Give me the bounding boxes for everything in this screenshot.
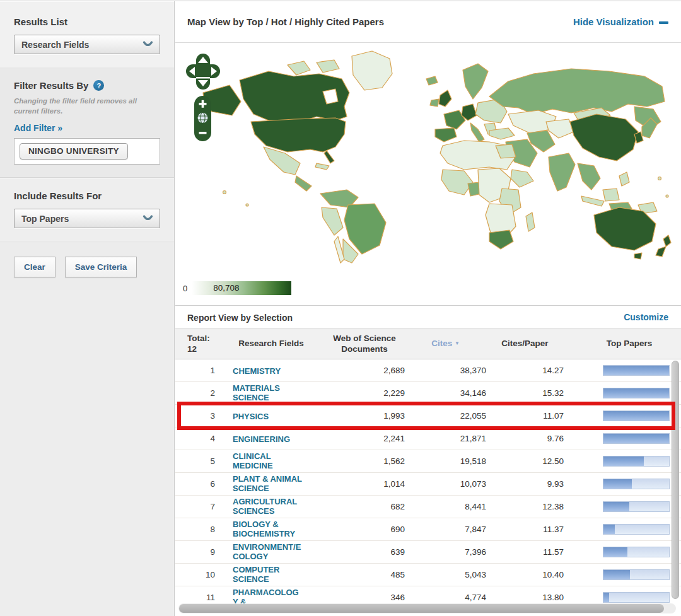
results-list-dropdown[interactable]: Research Fields bbox=[14, 35, 160, 54]
add-filter-link[interactable]: Add Filter » bbox=[14, 123, 62, 133]
report-panel-header: Report View by Selection Customize bbox=[175, 305, 681, 328]
cites-per-paper-cell: 13.80 bbox=[486, 593, 564, 602]
include-results-heading: Include Results For bbox=[14, 190, 160, 201]
top-papers-bar bbox=[603, 388, 670, 398]
cites-cell: 7,396 bbox=[405, 547, 486, 557]
map-panel-header: Map View by Top / Hot / Highly Cited Pap… bbox=[175, 1, 681, 43]
top-papers-bar-fill bbox=[603, 593, 609, 602]
research-field-link[interactable]: ENGINEERING bbox=[233, 434, 290, 444]
minus-icon bbox=[659, 21, 668, 24]
column-header-cites-per-paper[interactable]: Cites/Paper bbox=[486, 339, 564, 349]
research-field-link[interactable]: PHARMACOLOGY & bbox=[233, 588, 303, 605]
table-row: 11 PHARMACOLOGY & 346 4,774 13.80 bbox=[175, 586, 681, 605]
cites-cell: 7,847 bbox=[405, 525, 486, 534]
cites-cell: 4,774 bbox=[405, 593, 486, 602]
top-papers-bar bbox=[603, 433, 670, 444]
save-criteria-button[interactable]: Save Criteria bbox=[65, 257, 137, 277]
table-row: 6 PLANT & ANIMAL SCIENCE 1,014 10,073 9.… bbox=[175, 473, 681, 496]
results-list-section: Results List Research Fields bbox=[0, 1, 174, 67]
vertical-scrollbar[interactable] bbox=[672, 361, 679, 599]
table-row: 1 CHEMISTRY 2,689 38,370 14.27 bbox=[175, 359, 681, 382]
top-papers-bar bbox=[603, 524, 670, 535]
wos-documents-cell: 1,562 bbox=[324, 456, 405, 466]
wos-documents-cell: 682 bbox=[324, 502, 405, 511]
table-row: 9 ENVIRONMENT/ECOLOGY 639 7,396 11.57 bbox=[175, 541, 681, 564]
research-field-link[interactable]: PHYSICS bbox=[233, 412, 269, 421]
hide-visualization-link[interactable]: Hide Visualization bbox=[573, 16, 668, 27]
research-field-link[interactable]: ENVIRONMENT/ECOLOGY bbox=[233, 542, 303, 562]
horizontal-scrollbar-thumb[interactable] bbox=[179, 604, 664, 613]
top-papers-bar-fill bbox=[603, 411, 669, 421]
chevron-down-icon bbox=[143, 41, 153, 48]
page: Results List Research Fields Filter Resu… bbox=[0, 0, 681, 616]
column-header-cites[interactable]: Cites ▼ bbox=[405, 339, 486, 349]
wos-documents-cell: 346 bbox=[324, 593, 405, 602]
legend-gradient: 80,708 bbox=[192, 281, 291, 295]
help-icon[interactable]: ? bbox=[93, 80, 104, 91]
cites-cell: 10,073 bbox=[405, 479, 486, 489]
column-header-top-papers[interactable]: Top Papers bbox=[564, 339, 681, 349]
research-field-link[interactable]: AGRICULTURAL SCIENCES bbox=[233, 497, 303, 516]
cites-cell: 38,370 bbox=[405, 366, 486, 375]
column-header-research-fields[interactable]: Research Fields bbox=[218, 339, 324, 349]
total-header: Total: 12 bbox=[175, 334, 218, 355]
wos-documents-cell: 1,993 bbox=[324, 411, 405, 421]
top-papers-bar-fill bbox=[603, 525, 615, 534]
countries bbox=[203, 51, 671, 263]
top-papers-bar-fill bbox=[603, 366, 669, 375]
top-papers-bar bbox=[603, 479, 670, 489]
wos-documents-cell: 639 bbox=[324, 547, 405, 557]
top-papers-bar-fill bbox=[603, 547, 627, 557]
research-field-link[interactable]: COMPUTER SCIENCE bbox=[233, 565, 303, 584]
customize-link[interactable]: Customize bbox=[624, 312, 668, 322]
world-map[interactable] bbox=[193, 46, 673, 268]
cites-per-paper-cell: 14.27 bbox=[486, 366, 564, 375]
cites-per-paper-cell: 10.40 bbox=[486, 570, 564, 579]
include-results-dropdown-value: Top Papers bbox=[21, 214, 69, 224]
actions-section: Clear Save Criteria bbox=[0, 241, 174, 290]
top-papers-bar bbox=[603, 365, 670, 376]
wos-documents-cell: 690 bbox=[324, 525, 405, 534]
include-results-dropdown[interactable]: Top Papers bbox=[14, 209, 160, 228]
table-row: 2 MATERIALS SCIENCE 2,229 34,146 15.32 bbox=[175, 382, 681, 405]
rank-cell: 10 bbox=[175, 570, 218, 579]
cites-cell: 8,441 bbox=[405, 502, 486, 511]
research-field-link[interactable]: MATERIALS SCIENCE bbox=[233, 383, 303, 403]
clear-button[interactable]: Clear bbox=[14, 257, 55, 277]
research-field-link[interactable]: CLINICAL MEDICINE bbox=[233, 451, 303, 471]
zoom-out-icon bbox=[199, 132, 207, 134]
filter-section: Filter Results By ? Changing the filter … bbox=[0, 67, 174, 178]
cites-per-paper-cell: 9.76 bbox=[486, 434, 564, 443]
globe-icon bbox=[197, 113, 208, 124]
hide-visualization-label: Hide Visualization bbox=[573, 16, 654, 27]
sidebar: Results List Research Fields Filter Resu… bbox=[0, 1, 175, 616]
top-papers-bar-fill bbox=[603, 479, 632, 489]
filter-chip-ningbo-university[interactable]: NINGBO UNIVERSITY bbox=[20, 143, 128, 160]
research-field-link[interactable]: PLANT & ANIMAL SCIENCE bbox=[233, 474, 303, 494]
cites-cell: 19,518 bbox=[405, 456, 486, 466]
map-controls[interactable] bbox=[185, 54, 221, 143]
cites-per-paper-cell: 11.57 bbox=[486, 547, 564, 557]
report-title: Report View by Selection bbox=[187, 313, 293, 323]
cites-per-paper-cell: 11.37 bbox=[486, 525, 564, 534]
wos-documents-cell: 2,229 bbox=[324, 388, 405, 398]
cites-per-paper-cell: 12.50 bbox=[486, 456, 564, 466]
include-results-section: Include Results For Top Papers bbox=[0, 178, 174, 241]
map-region: 0 80,708 bbox=[175, 44, 681, 305]
research-field-link[interactable]: CHEMISTRY bbox=[233, 366, 281, 376]
table-body: 1 CHEMISTRY 2,689 38,370 14.27 2 MATERIA… bbox=[175, 359, 681, 605]
cites-cell: 22,055 bbox=[405, 411, 486, 421]
table-row: 4 ENGINEERING 2,241 21,871 9.76 bbox=[175, 427, 681, 450]
research-field-link[interactable]: BIOLOGY & BIOCHEMISTRY bbox=[233, 520, 303, 539]
wos-documents-cell: 485 bbox=[324, 570, 405, 579]
top-papers-bar-fill bbox=[603, 388, 669, 398]
results-list-heading: Results List bbox=[14, 16, 160, 27]
legend-max-label: 80,708 bbox=[213, 283, 239, 293]
sort-desc-icon: ▼ bbox=[455, 340, 460, 346]
map-legend: 0 80,708 bbox=[183, 281, 291, 295]
map-title: Map View by Top / Hot / Highly Cited Pap… bbox=[187, 16, 384, 27]
column-header-wos-documents[interactable]: Web of Science Documents bbox=[324, 334, 405, 355]
rank-cell: 1 bbox=[175, 366, 218, 375]
top-papers-bar-fill bbox=[603, 434, 669, 443]
top-papers-bar bbox=[603, 547, 670, 557]
